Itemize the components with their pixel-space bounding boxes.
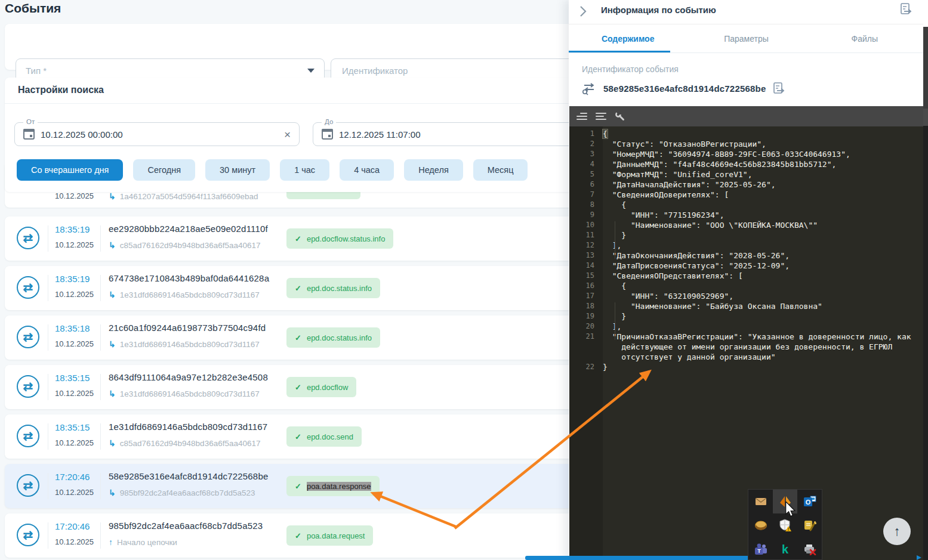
line-number: 14 bbox=[569, 261, 603, 271]
background-window-edge bbox=[923, 0, 928, 560]
quick-filter-button[interactable]: 30 минут bbox=[205, 159, 270, 181]
quick-filter-button[interactable]: 1 час bbox=[280, 159, 329, 181]
event-related: ↳c85ad76162d94b948bd36a6f5aa40617 bbox=[109, 240, 260, 250]
date-from-field[interactable]: От 10.12.2025 00:00:00 × bbox=[14, 122, 300, 146]
tray-item[interactable]: O bbox=[797, 490, 822, 513]
tray-item[interactable] bbox=[797, 513, 822, 537]
tab-parameters[interactable]: Параметры bbox=[687, 24, 805, 52]
quick-filter-button[interactable]: Со вчерашнего дня bbox=[17, 159, 123, 181]
date-from-value[interactable]: 10.12.2025 00:00:00 bbox=[41, 129, 123, 140]
event-id: 985bf92dc2af4ea6aacf68cb7dd5a523 bbox=[109, 521, 263, 531]
chevron-right-icon[interactable] bbox=[579, 5, 587, 18]
code-line: } bbox=[603, 362, 924, 372]
code-line: } bbox=[603, 230, 924, 240]
code-line: "ИНН": "632109052969", bbox=[603, 291, 924, 301]
code-line: "Статус": "ОтказаноВРегистрации", bbox=[603, 139, 924, 149]
line-number: 8 bbox=[569, 200, 603, 210]
tray-item[interactable]: T bbox=[748, 537, 773, 560]
event-type-tag: ✓poa.data.request bbox=[286, 525, 373, 546]
tab-files[interactable]: Файлы bbox=[806, 24, 924, 52]
check-icon: ✓ bbox=[295, 531, 301, 540]
indent-guide bbox=[615, 221, 615, 259]
event-type-tag: ✓poa.data.response bbox=[286, 476, 380, 496]
line-number: 2 bbox=[569, 139, 603, 149]
tray-item[interactable]: k bbox=[773, 537, 797, 560]
tray-item[interactable] bbox=[797, 537, 822, 560]
event-type-tag: ✓epd.docflow bbox=[286, 377, 356, 397]
tray-item[interactable]: ! bbox=[773, 513, 797, 537]
wrench-icon[interactable] bbox=[615, 111, 625, 122]
quick-filter-button[interactable]: Месяц bbox=[473, 159, 528, 181]
json-editor[interactable]: 1{2 "Статус": "ОтказаноВРегистрации",3 "… bbox=[569, 106, 924, 560]
svg-text:O: O bbox=[805, 499, 810, 506]
event-time: 17:20:46 bbox=[55, 472, 90, 482]
copy-document-icon[interactable] bbox=[772, 81, 786, 95]
line-number: 15 bbox=[569, 271, 603, 281]
tray-item[interactable] bbox=[748, 490, 773, 513]
identifier-placeholder: Идентификатор bbox=[342, 66, 408, 76]
exchange-icon: ⇄ bbox=[17, 227, 39, 249]
defender-warning-icon: ! bbox=[779, 519, 792, 532]
divider bbox=[48, 374, 48, 400]
svg-text:!: ! bbox=[787, 527, 788, 531]
event-id: 58e9285e316e4afc8d1914dc722568be bbox=[109, 471, 269, 481]
tray-item[interactable] bbox=[748, 513, 773, 537]
divider bbox=[48, 522, 48, 549]
event-date: 10.12.2025 bbox=[55, 240, 94, 249]
kaspersky-icon: k bbox=[782, 543, 788, 555]
event-date: 10.12.2025 bbox=[55, 191, 94, 200]
tab-content[interactable]: Содержимое bbox=[569, 24, 687, 52]
horizontal-scrollbar-thumb[interactable] bbox=[525, 556, 767, 560]
event-time: 18:35:15 bbox=[55, 422, 90, 432]
divider bbox=[100, 324, 101, 351]
code-line: { bbox=[603, 281, 924, 291]
check-icon: ✓ bbox=[295, 432, 301, 441]
divider bbox=[100, 522, 101, 549]
date-to-label: До bbox=[322, 118, 336, 125]
calendar-icon[interactable] bbox=[322, 129, 333, 140]
clear-icon[interactable]: × bbox=[284, 123, 291, 147]
exchange-icon: ⇄ bbox=[17, 276, 39, 299]
export-document-icon[interactable] bbox=[899, 2, 913, 16]
code-line: "Наименование": "ООО \"КОПЕЙКА-МОСКВА\"" bbox=[603, 220, 924, 230]
code-line: "СведенияОПредставителях": [ bbox=[603, 271, 924, 281]
format-indent-icon[interactable] bbox=[576, 113, 587, 120]
chevron-down-icon bbox=[307, 69, 315, 73]
scrollbar-right-arrow-icon[interactable] bbox=[917, 555, 921, 560]
divider bbox=[100, 423, 101, 450]
event-date: 10.12.2025 bbox=[55, 537, 94, 546]
calendar-icon[interactable] bbox=[23, 129, 35, 140]
divider bbox=[100, 225, 101, 252]
divider bbox=[48, 275, 48, 301]
quick-filter-button[interactable]: Неделя bbox=[404, 159, 463, 181]
mouse-cursor bbox=[784, 502, 797, 517]
event-related: ↳1e31dfd6869146a5bdcb809cd73d1167 bbox=[109, 389, 260, 398]
date-to-value[interactable]: 12.12.2025 11:07:00 bbox=[339, 129, 421, 140]
code-line: "ДанныеМЧД": "f4af48c4669e4c56b823845b81… bbox=[603, 159, 924, 169]
code-line: "ДатаПрисвоенияСтатуса": "2025-12-09", bbox=[603, 261, 924, 271]
event-date: 10.12.2025 bbox=[55, 488, 94, 497]
quick-filter-button[interactable]: Сегодня bbox=[133, 159, 195, 181]
event-related: ↳1e31dfd6869146a5bdcb809cd73d1167 bbox=[109, 339, 260, 349]
teams-icon: T bbox=[754, 543, 767, 556]
child-arrow-icon: ↳ bbox=[109, 438, 116, 448]
code-line: "ФорматМЧД": "Unified_coreV1", bbox=[603, 169, 924, 180]
event-time: 18:35:19 bbox=[55, 224, 90, 234]
code-line: "ИНН": "7715196234", bbox=[603, 210, 924, 220]
code-line: ], bbox=[603, 321, 924, 332]
divider bbox=[48, 225, 48, 252]
quick-filter-button[interactable]: 4 часа bbox=[340, 159, 394, 181]
line-number: 12 bbox=[569, 240, 603, 250]
divider bbox=[100, 374, 101, 400]
date-from-label: От bbox=[23, 118, 38, 125]
type-select-placeholder: Тип * bbox=[26, 66, 47, 76]
event-type-tag: ✓epd.docflow.status.info bbox=[286, 228, 393, 249]
editor-toolbar bbox=[569, 106, 924, 126]
line-number: 9 bbox=[569, 210, 603, 220]
line-number: 1 bbox=[569, 129, 603, 139]
scroll-to-top-button[interactable]: ↑ bbox=[883, 518, 911, 545]
event-time: 18:35:19 bbox=[55, 274, 90, 284]
event-type-tag: ✓epd.doc.status.info bbox=[286, 327, 380, 348]
line-number: 3 bbox=[569, 149, 603, 159]
align-left-icon[interactable] bbox=[596, 113, 606, 120]
